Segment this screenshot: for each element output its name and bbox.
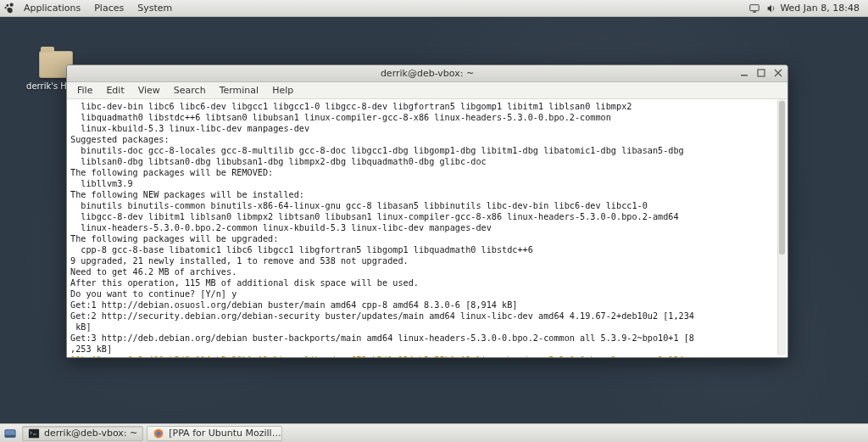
terminal-line: Do you want to continue? [Y/n] y — [70, 288, 784, 299]
terminal-output[interactable]: libc-dev-bin libc6 libc6-dev libgcc1 lib… — [67, 99, 787, 357]
terminal-line: Get:2 http://security.debian.org/debian-… — [70, 311, 784, 322]
terminal-line: libc-dev-bin libc6 libc6-dev libgcc1 lib… — [70, 101, 784, 112]
terminal-line: ,253 kB] — [70, 344, 784, 355]
show-desktop-button[interactable] — [2, 426, 19, 441]
window-close-button[interactable] — [772, 67, 784, 79]
terminal-line: The following NEW packages will be insta… — [70, 189, 784, 200]
window-titlebar[interactable]: derrik@deb-vbox: ~ — [67, 65, 787, 82]
terminal-line: liblsan0-dbg libtsan0-dbg libubsan1-dbg … — [70, 156, 784, 167]
terminal-scrollbar[interactable] — [777, 99, 786, 355]
terminal-line: binutils-doc gcc-8-locales gcc-8-multili… — [70, 145, 784, 156]
svg-point-2 — [4, 6, 6, 8]
terminal-menubar: File Edit View Search Terminal Help — [67, 82, 787, 99]
bottom-panel: derrik@deb-vbox: ~ [PPA for Ubuntu Mozil… — [0, 423, 868, 442]
terminal-line: The following packages will be REMOVED: — [70, 167, 784, 178]
taskbar-item-label: derrik@deb-vbox: ~ — [44, 428, 137, 439]
taskbar-item-browser[interactable]: [PPA for Ubuntu Mozill… — [147, 426, 282, 441]
terminal-line: The following packages will be upgraded: — [70, 233, 784, 244]
svg-point-1 — [6, 4, 8, 7]
svg-rect-9 — [29, 428, 39, 438]
menu-file[interactable]: File — [70, 85, 99, 96]
svg-point-0 — [10, 3, 14, 6]
menu-edit[interactable]: Edit — [99, 85, 131, 96]
window-title: derrik@deb-vbox: ~ — [67, 68, 787, 79]
menu-view[interactable]: View — [131, 85, 167, 96]
terminal-window: derrik@deb-vbox: ~ File Edit View Search… — [66, 64, 788, 358]
taskbar-item-terminal[interactable]: derrik@deb-vbox: ~ — [22, 426, 143, 441]
terminal-line: Get:1 http://debian.osuosl.org/debian bu… — [70, 299, 784, 311]
taskbar-item-label: [PPA for Ubuntu Mozill… — [169, 428, 281, 439]
svg-point-11 — [157, 431, 161, 435]
terminal-line: libllvm3.9 — [70, 178, 784, 189]
clock[interactable]: Wed Jan 8, 18:48 — [780, 3, 865, 14]
terminal-line: cpp-8 gcc-8-base libatomic1 libc6 libgcc… — [70, 244, 784, 255]
terminal-line: Suggested packages: — [70, 134, 784, 145]
terminal-line: Need to get 46.2 MB of archives. — [70, 266, 784, 277]
terminal-line: Get:3 http://deb.debian.org/debian buste… — [70, 333, 784, 344]
terminal-progress-line: 11% [1 cpp-8 3,410 kB/8,914 kB 38%] [2 l… — [70, 355, 784, 357]
terminal-line: linux-kbuild-5.3 linux-libc-dev manpages… — [70, 123, 784, 134]
window-maximize-button[interactable] — [755, 67, 767, 79]
network-icon[interactable] — [748, 2, 761, 15]
volume-icon[interactable] — [765, 2, 778, 15]
terminal-line: libgcc-8-dev libitm1 liblsan0 libmpx2 li… — [70, 211, 784, 222]
menu-terminal[interactable]: Terminal — [213, 85, 266, 96]
terminal-line: kB] — [70, 322, 784, 333]
menu-applications[interactable]: Applications — [17, 3, 87, 14]
menu-help[interactable]: Help — [265, 85, 300, 96]
terminal-line: 9 upgraded, 21 newly installed, 1 to rem… — [70, 255, 784, 266]
gnome-logo-icon — [3, 3, 15, 14]
terminal-icon — [28, 428, 40, 439]
terminal-line: libquadmath0 libstdc++6 libtsan0 libubsa… — [70, 112, 784, 123]
svg-rect-8 — [5, 434, 15, 437]
window-minimize-button[interactable] — [738, 67, 750, 79]
scrollbar-thumb[interactable] — [779, 101, 785, 255]
terminal-line: After this operation, 115 MB of addition… — [70, 277, 784, 288]
browser-icon — [153, 428, 164, 439]
terminal-line: binutils binutils-common binutils-x86-64… — [70, 200, 784, 211]
svg-rect-3 — [750, 4, 760, 10]
menu-search[interactable]: Search — [167, 85, 213, 96]
top-panel: Applications Places System Wed Jan 8, 18… — [0, 0, 868, 17]
terminal-line: linux-headers-5.3.0-0.bpo.2-common linux… — [70, 222, 784, 233]
svg-rect-5 — [741, 75, 748, 76]
svg-rect-4 — [754, 11, 757, 12]
menu-system[interactable]: System — [131, 3, 179, 14]
menu-places[interactable]: Places — [87, 3, 131, 14]
svg-rect-6 — [758, 70, 765, 76]
